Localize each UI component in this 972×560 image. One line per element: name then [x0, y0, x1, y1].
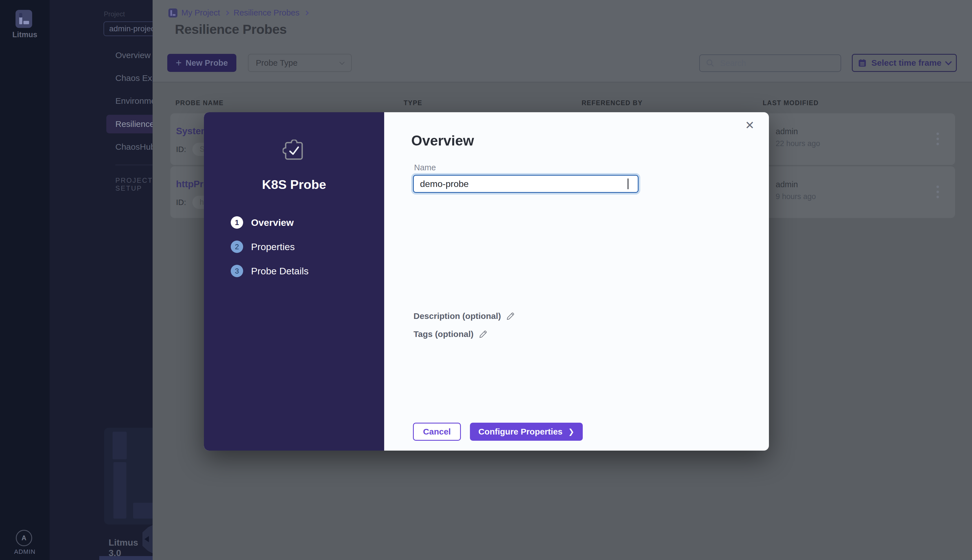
probe-name-input[interactable] [419, 178, 629, 190]
probe-puzzle-icon [283, 140, 305, 162]
step-number: 3 [231, 265, 243, 277]
project-label: Project [104, 10, 125, 18]
step-number: 1 [231, 216, 243, 229]
probe-type-title: K8S Probe [204, 177, 384, 192]
sidebar: Project admin-project Overview Chaos Exp… [50, 0, 153, 560]
time-frame-button[interactable]: Select time frame [852, 54, 957, 72]
logo-label: Litmus [0, 30, 50, 39]
tags-row: Tags (optional) [413, 329, 488, 339]
modal-wizard-panel: K8S Probe 1 Overview 2 Properties 3 Prob… [204, 112, 384, 451]
step-number: 2 [231, 240, 243, 253]
litmus-logo-icon[interactable] [15, 10, 32, 28]
wizard-step-probe-details[interactable]: 3 Probe Details [231, 265, 308, 277]
edit-pencil-icon[interactable] [478, 330, 488, 338]
create-probe-modal: K8S Probe 1 Overview 2 Properties 3 Prob… [204, 112, 769, 451]
collapse-arrow-icon [144, 536, 149, 542]
probe-type-dropdown[interactable]: Probe Type [248, 54, 352, 72]
modified-at: 22 hours ago [776, 139, 820, 148]
cancel-button[interactable]: Cancel [413, 423, 461, 441]
search-input[interactable] [720, 58, 828, 68]
text-caret [628, 178, 629, 189]
probe-name-field-wrap [413, 175, 639, 193]
page-title: Resilience Probes [175, 22, 287, 37]
logo-mark [170, 10, 172, 16]
logo-mark [23, 21, 29, 24]
breadcrumb: My Project Resilience Probes [182, 8, 308, 17]
chevron-down-icon [945, 58, 952, 65]
logo-mark [19, 13, 22, 17]
nav-rail: Litmus A ADMIN [0, 0, 50, 560]
user-avatar[interactable]: A [16, 530, 32, 546]
placeholder-block [113, 432, 127, 459]
search-icon [705, 58, 715, 68]
column-header-probe-name: PROBE NAME [175, 99, 224, 107]
new-probe-button[interactable]: + New Probe [167, 54, 237, 72]
chevron-right-icon [224, 10, 229, 15]
name-field-label: Name [414, 163, 436, 172]
breadcrumb-logo-icon [168, 8, 177, 17]
modified-at: 9 hours ago [776, 192, 816, 201]
modified-by: admin [776, 180, 798, 189]
logo-mark [173, 14, 175, 16]
avatar-initial: A [22, 534, 26, 542]
modified-by: admin [776, 127, 798, 136]
row-menu-button[interactable] [932, 180, 943, 203]
description-row: Description (optional) [413, 311, 515, 321]
column-header-referenced-by: REFERENCED BY [582, 99, 642, 107]
modal-step-heading: Overview [411, 133, 474, 149]
column-header-last-modified: LAST MODIFIED [763, 99, 819, 107]
plus-icon: + [176, 58, 182, 68]
wizard-step-properties[interactable]: 2 Properties [231, 240, 295, 253]
chevron-down-icon [339, 60, 344, 65]
user-role-label: ADMIN [0, 548, 50, 555]
chevron-right-icon: ❯ [568, 427, 574, 436]
row-menu-button[interactable] [932, 127, 943, 150]
project-name: admin-project [109, 24, 157, 33]
close-icon[interactable]: ✕ [741, 117, 758, 134]
wizard-step-overview[interactable]: 1 Overview [231, 216, 293, 229]
configure-properties-button[interactable]: Configure Properties ❯ [470, 423, 583, 441]
search-box [699, 54, 841, 72]
edit-pencil-icon[interactable] [506, 312, 515, 321]
chevron-right-icon [304, 10, 308, 15]
breadcrumb-resilience-probes[interactable]: Resilience Probes [233, 8, 300, 17]
litmus-app: Litmus A ADMIN Project admin-project Ove… [0, 0, 972, 560]
placeholder-block [113, 462, 127, 518]
breadcrumb-my-project[interactable]: My Project [182, 8, 220, 17]
calendar-icon [858, 58, 867, 67]
column-header-type: TYPE [403, 99, 422, 107]
